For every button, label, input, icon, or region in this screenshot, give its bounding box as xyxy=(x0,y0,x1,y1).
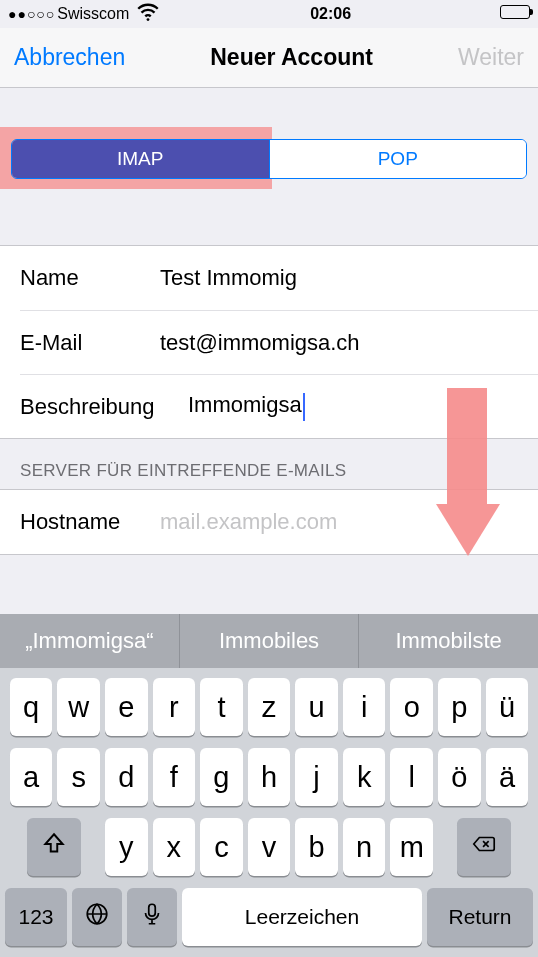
key-x[interactable]: x xyxy=(153,818,196,876)
key-backspace[interactable] xyxy=(457,818,511,876)
row-name[interactable]: Name Test Immomig xyxy=(0,246,538,310)
segment-imap[interactable]: IMAP xyxy=(12,140,269,178)
key-numbers[interactable]: 123 xyxy=(5,888,67,946)
backspace-icon xyxy=(471,831,497,864)
key-y[interactable]: y xyxy=(105,818,148,876)
key-s[interactable]: s xyxy=(57,748,100,806)
key-q[interactable]: q xyxy=(10,678,53,736)
key-ue[interactable]: ü xyxy=(486,678,529,736)
shift-icon xyxy=(41,831,67,864)
description-value: Immomigsa xyxy=(188,392,302,417)
segment-pop[interactable]: POP xyxy=(270,140,527,178)
key-space[interactable]: Leerzeichen xyxy=(182,888,422,946)
key-v[interactable]: v xyxy=(248,818,291,876)
key-r[interactable]: r xyxy=(153,678,196,736)
svg-rect-2 xyxy=(149,904,156,916)
keyboard-row-3: y x c v b n m xyxy=(5,818,533,876)
signal-dots-icon: ●●○○○ xyxy=(8,6,55,22)
row-email[interactable]: E-Mail test@immomigsa.ch xyxy=(20,310,538,374)
key-j[interactable]: j xyxy=(295,748,338,806)
key-k[interactable]: k xyxy=(343,748,386,806)
row-hostname[interactable]: Hostname xyxy=(0,490,538,554)
prediction-1[interactable]: „Immomigsa“ xyxy=(0,614,180,668)
keyboard: „Immomigsa“ Immobiles Immobilste q w e r… xyxy=(0,614,538,957)
key-h[interactable]: h xyxy=(248,748,291,806)
key-o[interactable]: o xyxy=(390,678,433,736)
key-n[interactable]: n xyxy=(343,818,386,876)
key-oe[interactable]: ö xyxy=(438,748,481,806)
key-l[interactable]: l xyxy=(390,748,433,806)
predictive-bar: „Immomigsa“ Immobiles Immobilste xyxy=(0,614,538,668)
battery-icon xyxy=(500,5,530,23)
key-p[interactable]: p xyxy=(438,678,481,736)
prediction-3[interactable]: Immobilste xyxy=(359,614,538,668)
status-bar: ●●○○○ Swisscom 02:06 xyxy=(0,0,538,28)
key-m[interactable]: m xyxy=(390,818,433,876)
mic-icon xyxy=(139,901,165,933)
next-button[interactable]: Weiter xyxy=(458,44,524,71)
key-w[interactable]: w xyxy=(57,678,100,736)
key-e[interactable]: e xyxy=(105,678,148,736)
cancel-button[interactable]: Abbrechen xyxy=(14,44,125,71)
description-label: Beschreibung xyxy=(20,394,188,420)
account-type-segmented: IMAP POP xyxy=(11,139,527,179)
name-label: Name xyxy=(20,265,160,291)
globe-icon xyxy=(84,901,110,933)
key-z[interactable]: z xyxy=(248,678,291,736)
keyboard-row-2: a s d f g h j k l ö ä xyxy=(5,748,533,806)
hostname-field[interactable] xyxy=(160,509,538,535)
prediction-2[interactable]: Immobiles xyxy=(180,614,360,668)
key-f[interactable]: f xyxy=(153,748,196,806)
nav-bar: Abbrechen Neuer Account Weiter xyxy=(0,28,538,88)
text-cursor xyxy=(303,393,305,421)
key-return[interactable]: Return xyxy=(427,888,533,946)
name-field[interactable]: Test Immomig xyxy=(160,265,538,291)
clock-label: 02:06 xyxy=(310,5,351,23)
key-ae[interactable]: ä xyxy=(486,748,529,806)
svg-point-0 xyxy=(147,18,150,21)
key-b[interactable]: b xyxy=(295,818,338,876)
key-g[interactable]: g xyxy=(200,748,243,806)
description-field[interactable]: Immomigsa xyxy=(188,392,538,420)
email-label: E-Mail xyxy=(20,330,160,356)
key-i[interactable]: i xyxy=(343,678,386,736)
carrier-label: Swisscom xyxy=(57,5,129,23)
key-shift[interactable] xyxy=(27,818,81,876)
status-left: ●●○○○ Swisscom xyxy=(8,0,161,29)
incoming-server-group: Hostname xyxy=(0,489,538,555)
key-globe[interactable] xyxy=(72,888,122,946)
email-field[interactable]: test@immomigsa.ch xyxy=(160,330,538,356)
page-title: Neuer Account xyxy=(210,44,373,71)
key-c[interactable]: c xyxy=(200,818,243,876)
key-mic[interactable] xyxy=(127,888,177,946)
keyboard-row-1: q w e r t z u i o p ü xyxy=(5,678,533,736)
wifi-icon xyxy=(135,0,161,29)
account-info-group: Name Test Immomig E-Mail test@immomigsa.… xyxy=(0,245,538,439)
account-type-segment-wrap: IMAP POP xyxy=(0,88,538,191)
hostname-label: Hostname xyxy=(20,509,160,535)
keyboard-row-4: 123 Leerzeichen Return xyxy=(5,888,533,946)
key-t[interactable]: t xyxy=(200,678,243,736)
incoming-server-header: SERVER FÜR EINTREFFENDE E-MAILS xyxy=(0,439,538,489)
key-a[interactable]: a xyxy=(10,748,53,806)
key-d[interactable]: d xyxy=(105,748,148,806)
row-description[interactable]: Beschreibung Immomigsa xyxy=(20,374,538,438)
key-u[interactable]: u xyxy=(295,678,338,736)
